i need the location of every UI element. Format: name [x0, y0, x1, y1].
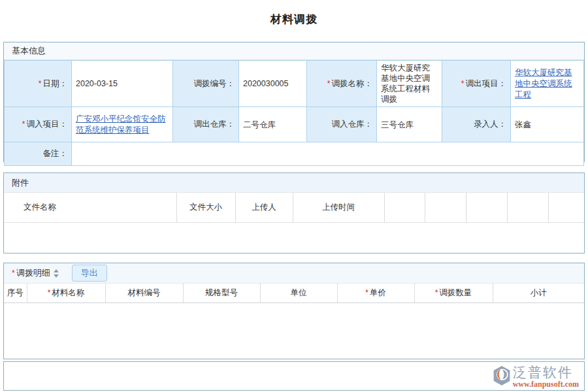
col-empty — [384, 193, 425, 222]
sort-up-icon — [54, 269, 59, 272]
in-project-label: *调入项目： — [5, 107, 72, 142]
brand-text: 泛普软件 www.fanpusoft.com — [513, 365, 579, 389]
in-warehouse-label: 调入仓库： — [307, 107, 377, 142]
brand-website: www.fanpusoft.com — [513, 380, 579, 389]
in-project-link[interactable]: 广安邓小平纪念馆安全防范系统维护保养项目 — [76, 114, 166, 135]
required-asterisk: * — [327, 79, 331, 88]
required-asterisk: * — [48, 288, 51, 297]
required-asterisk: * — [12, 269, 15, 278]
fanpu-logo-icon — [492, 365, 512, 387]
basic-info-section-title: 基本信息 — [4, 42, 584, 60]
out-project-link[interactable]: 华软大厦研究基地中央空调系统工程 — [515, 68, 572, 99]
attachments-header-row: 文件名称 文件大小 上传人 上传时间 — [4, 193, 584, 222]
remark-value — [72, 142, 584, 166]
transfer-no-label: 调拨编号： — [173, 61, 239, 107]
remark-label: 备注： — [5, 142, 72, 166]
transfer-detail-section: * 调拨明细 导出 序号 *材料名称 材料编号 规格型号 单位 *单价 *调拨数… — [3, 263, 585, 359]
required-asterisk: * — [365, 288, 368, 297]
col-upload-time: 上传时间 — [293, 193, 384, 222]
out-warehouse-value: 二号仓库 — [239, 107, 307, 142]
col-spec-model: 规格型号 — [183, 284, 260, 303]
attachments-section: 附件 文件名称 文件大小 上传人 上传时间 — [3, 172, 585, 253]
attachments-table: 文件名称 文件大小 上传人 上传时间 — [4, 193, 584, 223]
page: 材料调拨 基本信息 *日期： 2020-03-15 调拨编号： 20200300… — [0, 0, 588, 392]
basic-info-section: 基本信息 *日期： 2020-03-15 调拨编号： 2020030005 *调… — [3, 42, 585, 162]
export-button[interactable]: 导出 — [72, 265, 107, 282]
brand-watermark: 泛普软件 www.fanpusoft.com — [492, 365, 579, 389]
in-project-value: 广安邓小平纪念馆安全防范系统维护保养项目 — [72, 107, 173, 142]
recorder-value: 张鑫 — [511, 107, 584, 142]
col-unit: 单位 — [260, 284, 337, 303]
col-uploader: 上传人 — [235, 193, 293, 222]
transfer-detail-section-title: 调拨明细 — [16, 267, 50, 279]
date-value: 2020-03-15 — [72, 61, 173, 107]
sort-down-icon — [54, 274, 59, 278]
required-asterisk: * — [461, 79, 465, 88]
page-title: 材料调拨 — [0, 12, 588, 27]
col-seq: 序号 — [4, 284, 27, 303]
col-empty — [507, 193, 548, 222]
col-file-name: 文件名称 — [4, 193, 176, 222]
col-empty — [548, 193, 584, 222]
required-asterisk: * — [22, 120, 25, 129]
in-warehouse-value: 三号仓库 — [377, 107, 442, 142]
col-subtotal: 小计 — [493, 284, 584, 303]
transfer-name-label: *调拨名称： — [307, 61, 377, 107]
col-file-size: 文件大小 — [176, 193, 235, 222]
basic-info-table: *日期： 2020-03-15 调拨编号： 2020030005 *调拨名称： … — [4, 60, 584, 166]
brand-name: 泛普软件 — [513, 365, 573, 380]
col-transfer-qty: *调拨数量 — [414, 284, 493, 303]
transfer-detail-header-row: 序号 *材料名称 材料编号 规格型号 单位 *单价 *调拨数量 小计 — [4, 284, 584, 303]
transfer-name-value: 华软大厦研究基地中央空调系统工程材料调拨 — [377, 61, 442, 107]
col-material-name: *材料名称 — [27, 284, 105, 303]
transfer-no-value: 2020030005 — [239, 61, 307, 107]
required-asterisk: * — [435, 288, 438, 297]
footer-section: 泛普软件 www.fanpusoft.com — [3, 361, 585, 391]
attachments-section-title: 附件 — [4, 173, 584, 193]
col-empty — [466, 193, 507, 222]
col-empty — [425, 193, 466, 222]
out-warehouse-label: 调出仓库： — [173, 107, 239, 142]
transfer-detail-toolbar: * 调拨明细 导出 — [4, 263, 584, 283]
out-project-value: 华软大厦研究基地中央空调系统工程 — [511, 61, 584, 107]
col-unit-price: *单价 — [337, 284, 414, 303]
transfer-detail-table: 序号 *材料名称 材料编号 规格型号 单位 *单价 *调拨数量 小计 — [4, 283, 584, 303]
out-project-label: *调出项目： — [442, 61, 511, 107]
sort-toggle-icon[interactable] — [54, 269, 59, 278]
recorder-label: 录入人： — [442, 107, 511, 142]
required-asterisk: * — [39, 79, 42, 88]
date-label: *日期： — [5, 61, 72, 107]
col-material-no: 材料编号 — [105, 284, 183, 303]
